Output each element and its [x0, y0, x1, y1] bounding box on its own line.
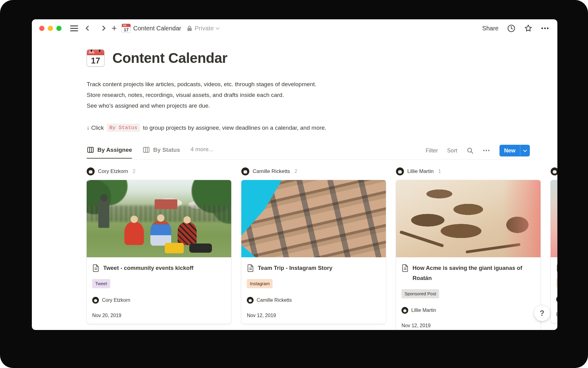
sort-button[interactable]: Sort — [447, 148, 457, 154]
favorite-star-icon[interactable] — [524, 24, 533, 33]
forward-button[interactable] — [98, 23, 108, 33]
tab-more-views[interactable]: 4 more... — [190, 146, 213, 158]
column-header[interactable]: Cory Etzkorn 2 — [87, 167, 231, 176]
board-column-lillie: Lillie Martin 1 — [396, 167, 541, 330]
view-options-icon[interactable]: ••• — [483, 148, 490, 154]
minimize-window-button[interactable] — [48, 26, 53, 31]
share-button[interactable]: Share — [482, 25, 499, 32]
page-title: Content Calendar — [112, 50, 227, 66]
board-column-camille: Camille Ricketts 2 — [241, 167, 386, 324]
breadcrumb-page-title[interactable]: Content Calendar — [133, 25, 181, 32]
page-content: JUL 17 Content Calendar Track content pr… — [32, 49, 557, 330]
titlebar: + JUL 17 Content Calendar Private Share … — [32, 19, 557, 37]
card-cover-iguanas-photo — [396, 180, 541, 257]
help-button[interactable]: ? — [534, 305, 550, 321]
card-assignee — [556, 296, 557, 303]
card-tag: Tweet — [92, 279, 110, 288]
calendar-icon-day: 17 — [87, 55, 104, 66]
calendar-icon-month: JUL — [87, 50, 104, 55]
plus-icon: + — [111, 24, 117, 33]
assignee-avatar — [247, 297, 254, 304]
board: Cory Etzkorn 2 — [87, 167, 557, 330]
page-calendar-icon: JUL 17 — [122, 24, 131, 33]
privacy-menu[interactable]: Private — [187, 25, 219, 32]
page-icon — [556, 264, 557, 272]
board-column-partial: V D — [551, 167, 557, 323]
chevron-right-icon — [100, 26, 106, 31]
card-tag: Instagram — [247, 279, 273, 288]
search-icon[interactable] — [466, 147, 474, 154]
column-count: 2 — [133, 169, 135, 174]
new-button[interactable]: New — [499, 145, 530, 156]
new-button-label[interactable]: New — [499, 145, 520, 156]
column-name: Camille Ricketts — [253, 168, 290, 174]
card-date: D — [556, 312, 557, 317]
content-card[interactable]: How Acme is saving the giant iguanas of … — [396, 180, 541, 330]
more-options-icon[interactable]: ••• — [541, 25, 549, 32]
card-assignee: Lillie Martin — [401, 307, 535, 314]
updates-clock-icon[interactable] — [507, 24, 515, 33]
chevron-down-icon — [523, 148, 527, 152]
traffic-lights — [39, 26, 62, 31]
assignee-avatar — [551, 167, 557, 175]
card-title: Tweet - community events kickoff — [103, 263, 194, 273]
page-icon — [92, 264, 100, 272]
privacy-label: Private — [195, 25, 214, 32]
callout-line: ↓ Click By Status to group projects by a… — [87, 124, 557, 132]
assignee-avatar — [92, 297, 99, 304]
column-count: 2 — [295, 169, 297, 174]
page-description: Track content projects like articles, po… — [87, 79, 557, 111]
card-tag: Sponsored Post — [401, 289, 439, 298]
tab-by-assignee[interactable]: By Assignee — [87, 146, 132, 159]
assignee-avatar — [241, 167, 249, 175]
tab-label: By Status — [153, 147, 180, 153]
view-bar: By Assignee By Status 4 more... Filter S… — [87, 145, 530, 160]
assignee-avatar — [396, 167, 404, 175]
board-view-icon — [142, 146, 150, 154]
calendar-icon-day: 17 — [122, 27, 130, 33]
card-title: Team Trip - Instagram Story — [258, 263, 332, 273]
card-date: Nov 12, 2019 — [401, 323, 535, 328]
description-line: Store research, notes, recordings, visua… — [87, 90, 557, 100]
card-date: Nov 20, 2019 — [92, 313, 226, 318]
tab-label: 4 more... — [190, 146, 213, 153]
card-title: How Acme is saving the giant iguanas of … — [413, 263, 535, 283]
new-page-button[interactable]: + — [111, 23, 122, 33]
card-cover-gradient-photo — [551, 180, 557, 257]
column-header[interactable]: Camille Ricketts 2 — [241, 167, 386, 176]
sidebar-toggle-icon[interactable] — [70, 25, 78, 31]
description-line: Track content projects like articles, po… — [87, 79, 557, 90]
column-header[interactable] — [551, 167, 557, 176]
content-card[interactable]: Team Trip - Instagram Story Instagram Ca… — [241, 180, 386, 324]
card-assignee: Camille Ricketts — [247, 297, 380, 304]
new-button-dropdown[interactable] — [520, 145, 530, 156]
board-column-cory: Cory Etzkorn 2 — [87, 167, 231, 324]
card-date: Nov 12, 2019 — [247, 313, 380, 318]
assignee-avatar — [556, 296, 557, 303]
callout-prefix: ↓ Click — [87, 125, 104, 131]
page-icon — [247, 264, 254, 272]
callout-code-chip: By Status — [107, 124, 140, 132]
filter-button[interactable]: Filter — [426, 148, 438, 154]
lock-icon — [187, 25, 192, 31]
back-button[interactable] — [83, 23, 93, 33]
chevron-left-icon — [86, 26, 91, 31]
calendar-icon-month: JUL — [122, 24, 130, 27]
page-icon — [401, 264, 409, 272]
page-icon-calendar[interactable]: JUL 17 — [87, 49, 104, 67]
assignee-avatar — [87, 167, 95, 175]
column-name: Cory Etzkorn — [98, 168, 128, 174]
card-tag: V — [556, 278, 557, 287]
content-card[interactable]: V D — [551, 180, 557, 323]
assignee-avatar — [401, 307, 408, 314]
tab-by-status[interactable]: By Status — [142, 146, 180, 159]
card-cover-festival-photo — [87, 180, 231, 257]
close-window-button[interactable] — [39, 26, 44, 31]
notion-window: + JUL 17 Content Calendar Private Share … — [32, 19, 557, 330]
zoom-window-button[interactable] — [56, 26, 62, 31]
column-header[interactable]: Lillie Martin 1 — [396, 167, 541, 176]
callout-suffix: to group projects by assignee, view dead… — [143, 125, 326, 131]
card-cover-building-photo — [241, 180, 386, 257]
chevron-down-icon — [216, 26, 220, 30]
content-card[interactable]: Tweet - community events kickoff Tweet C… — [87, 180, 231, 324]
